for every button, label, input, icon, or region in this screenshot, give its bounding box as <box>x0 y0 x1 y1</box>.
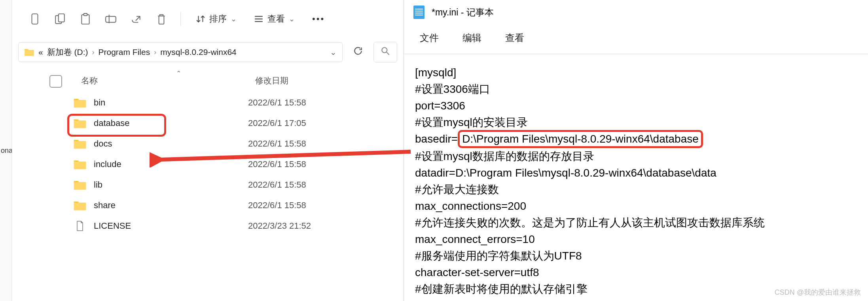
notepad-titlebar: *my.ini - 记事本 <box>404 0 868 24</box>
text-line: #允许连接失败的次数。这是为了防止有人从该主机试图攻击数据库系统 <box>415 214 857 231</box>
chevron-right-icon: › <box>154 48 156 56</box>
menu-view[interactable]: 查看 <box>505 32 524 44</box>
share-button[interactable] <box>125 8 147 30</box>
file-date: 2022/6/1 15:58 <box>248 139 343 149</box>
notepad-icon <box>413 6 425 19</box>
text-line: #设置3306端口 <box>415 81 857 98</box>
svg-rect-10 <box>25 50 34 56</box>
column-header-date[interactable]: 修改日期 <box>255 75 350 86</box>
chevron-right-icon: › <box>92 48 95 56</box>
sort-icon <box>196 14 205 24</box>
file-row[interactable]: include2022/6/1 15:58 <box>12 154 404 175</box>
file-row[interactable]: share2022/6/1 15:58 <box>12 195 404 216</box>
svg-rect-2 <box>59 14 64 22</box>
file-name: LICENSE <box>94 221 248 231</box>
text-line: #设置mysql数据库的数据的存放目录 <box>415 148 857 165</box>
breadcrumb[interactable]: « 新加卷 (D:) › Program Files › mysql-8.0.2… <box>18 42 343 62</box>
file-date: 2022/6/1 15:58 <box>248 159 343 169</box>
menu-file[interactable]: 文件 <box>420 32 439 44</box>
window-title: *my.ini - 记事本 <box>432 6 494 19</box>
text-line: basedir=D:\Program Files\mysql-8.0.29-wi… <box>415 131 857 148</box>
text-line: datadir=D:\Program Files\mysql-8.0.29-wi… <box>415 165 857 181</box>
text-line: port=3306 <box>415 98 857 114</box>
svg-point-11 <box>382 47 387 53</box>
file-name: share <box>94 200 248 211</box>
file-name: bin <box>94 98 248 108</box>
svg-rect-5 <box>106 17 116 23</box>
notepad-menubar: 文件 编辑 查看 <box>404 24 868 54</box>
cropped-left-panel: onal <box>0 0 12 301</box>
file-row[interactable]: docs2022/6/1 15:58 <box>12 134 404 154</box>
file-date: 2022/6/1 17:05 <box>248 118 343 128</box>
file-date: 2022/6/1 15:58 <box>248 200 343 211</box>
text-line: #设置mysql的安装目录 <box>415 114 857 131</box>
select-all-checkbox[interactable] <box>49 75 62 88</box>
chevron-down-icon: ⌄ <box>289 15 295 23</box>
svg-rect-4 <box>84 13 87 15</box>
text-line: max_connect_errors=10 <box>415 231 857 248</box>
column-header-name[interactable]: 名称 <box>81 75 255 86</box>
file-row[interactable]: lib2022/6/1 15:58 <box>12 175 404 195</box>
svg-rect-17 <box>74 182 86 190</box>
file-name: docs <box>94 139 248 149</box>
text-line: character-set-server=utf8 <box>415 264 857 281</box>
file-row[interactable]: database2022/6/1 17:05 <box>12 113 404 134</box>
svg-line-12 <box>387 52 389 55</box>
address-bar-row: « 新加卷 (D:) › Program Files › mysql-8.0.2… <box>12 38 404 66</box>
svg-rect-16 <box>74 162 86 169</box>
svg-rect-13 <box>74 100 86 108</box>
file-row[interactable]: bin2022/6/1 15:58 <box>12 92 404 113</box>
file-explorer-window: 排序 ⌄ 查看 ⌄ ••• « 新加卷 (D:) › Program Files… <box>12 0 404 301</box>
cut-button[interactable] <box>24 8 46 30</box>
svg-rect-14 <box>74 120 86 128</box>
breadcrumb-segment[interactable]: mysql-8.0.29-winx64 <box>160 47 237 57</box>
folder-icon <box>24 48 34 56</box>
toolbar-divider <box>180 12 181 26</box>
file-row[interactable]: LICENSE2022/3/23 21:52 <box>12 216 404 236</box>
svg-rect-0 <box>32 14 38 24</box>
text-line: [mysqld] <box>415 64 857 81</box>
search-icon <box>381 46 390 56</box>
svg-rect-3 <box>81 15 89 24</box>
copy-button[interactable] <box>49 8 71 30</box>
notepad-content[interactable]: [mysqld]#设置3306端口port=3306#设置mysql的安装目录b… <box>404 61 868 301</box>
breadcrumb-segment[interactable]: 新加卷 (D:) <box>47 47 88 58</box>
menu-divider <box>404 54 868 54</box>
sort-label: 排序 <box>209 13 227 25</box>
cut-text: onal <box>1 147 11 155</box>
file-name: database <box>94 118 248 128</box>
chevron-down-icon[interactable]: ⌄ <box>330 47 337 57</box>
svg-rect-18 <box>74 203 86 211</box>
rename-button[interactable] <box>100 8 122 30</box>
text-line: #服务端使用的字符集默认为UTF8 <box>415 248 857 264</box>
explorer-toolbar: 排序 ⌄ 查看 ⌄ ••• <box>12 0 404 38</box>
file-name: lib <box>94 180 248 190</box>
view-label: 查看 <box>267 13 285 25</box>
paste-button[interactable] <box>74 8 97 30</box>
sort-indicator-icon: ⌃ <box>176 70 181 77</box>
breadcrumb-prefix: « <box>38 47 43 57</box>
file-name: include <box>94 159 248 169</box>
annotation-highlight: D:\Program Files\mysql-8.0.29-winx64\dat… <box>458 130 703 148</box>
notepad-window: *my.ini - 记事本 文件 编辑 查看 [mysqld]#设置3306端口… <box>404 0 868 301</box>
view-button[interactable]: 查看 ⌄ <box>247 9 302 29</box>
list-header: ⌃ 名称 修改日期 <box>12 72 404 92</box>
file-date: 2022/6/1 15:58 <box>248 98 343 108</box>
more-button[interactable]: ••• <box>305 9 332 29</box>
chevron-down-icon: ⌄ <box>231 15 237 23</box>
text-line: max_connections=200 <box>415 198 857 214</box>
delete-button[interactable] <box>150 8 172 30</box>
file-date: 2022/3/23 21:52 <box>248 221 343 231</box>
svg-rect-15 <box>74 141 86 149</box>
sort-button[interactable]: 排序 ⌄ <box>189 9 244 29</box>
menu-edit[interactable]: 编辑 <box>462 32 481 44</box>
file-date: 2022/6/1 15:58 <box>248 180 343 190</box>
watermark: CSDN @我的爱由谁来拯救 <box>775 288 861 297</box>
file-list: ⌃ 名称 修改日期 bin2022/6/1 15:58database2022/… <box>12 66 404 301</box>
search-input[interactable] <box>373 42 397 62</box>
view-icon <box>254 15 263 23</box>
refresh-button[interactable] <box>347 41 369 63</box>
breadcrumb-segment[interactable]: Program Files <box>99 47 150 57</box>
text-line: #允许最大连接数 <box>415 181 857 198</box>
